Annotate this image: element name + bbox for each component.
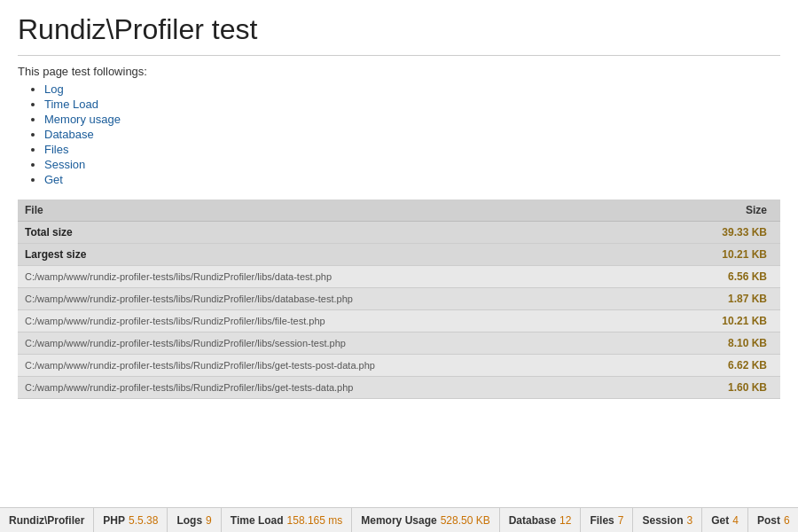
feature-link[interactable]: Get <box>44 173 63 186</box>
intro-text: This page test followings: <box>18 65 780 78</box>
summary-label: Largest size <box>18 244 664 266</box>
list-item: Memory usage <box>44 113 780 126</box>
bar-value: 7 <box>618 514 624 527</box>
summary-label: Total size <box>18 222 664 244</box>
bar-label: Post <box>757 514 780 527</box>
bar-item-session[interactable]: Session3 <box>633 508 702 532</box>
file-size: 6.56 KB <box>664 266 780 288</box>
table-row: C:/wamp/www/rundiz-profiler-tests/libs/R… <box>18 332 780 355</box>
col-size-header: Size <box>664 200 780 222</box>
file-path: C:/wamp/www/rundiz-profiler-tests/libs/R… <box>18 377 664 399</box>
table-row: C:/wamp/www/rundiz-profiler-tests/libs/R… <box>18 355 780 377</box>
bar-label: Files <box>590 514 614 527</box>
bottom-bar: Rundiz\ProfilerPHP5.5.38Logs9Time Load15… <box>0 507 798 532</box>
table-row: Total size39.33 KB <box>18 222 780 244</box>
file-path: C:/wamp/www/rundiz-profiler-tests/libs/R… <box>18 310 664 332</box>
bar-value: 6 <box>784 514 790 527</box>
list-item: Database <box>44 128 780 141</box>
bar-item-rundiz-profiler[interactable]: Rundiz\Profiler <box>0 508 94 532</box>
feature-link[interactable]: Database <box>44 128 94 141</box>
feature-link[interactable]: Memory usage <box>44 113 121 126</box>
feature-link[interactable]: Session <box>44 158 85 171</box>
bar-item-logs[interactable]: Logs9 <box>168 508 221 532</box>
file-size: 10.21 KB <box>664 310 780 332</box>
list-item: Session <box>44 158 780 171</box>
file-path: C:/wamp/www/rundiz-profiler-tests/libs/R… <box>18 332 664 355</box>
file-path: C:/wamp/www/rundiz-profiler-tests/libs/R… <box>18 288 664 310</box>
file-table: File Size Total size39.33 KBLargest size… <box>18 200 780 399</box>
bar-item-database[interactable]: Database12 <box>500 508 582 532</box>
list-item: Get <box>44 173 780 186</box>
file-path: C:/wamp/www/rundiz-profiler-tests/libs/R… <box>18 266 664 288</box>
bar-label: Session <box>642 514 683 527</box>
bar-label: Rundiz\Profiler <box>9 514 84 527</box>
file-size: 6.62 KB <box>664 355 780 377</box>
summary-size: 10.21 KB <box>664 244 780 266</box>
bar-label: Logs <box>176 514 202 527</box>
list-item: Time Load <box>44 98 780 111</box>
file-size: 1.60 KB <box>664 377 780 399</box>
bar-item-memory-usage[interactable]: Memory Usage528.50 KB <box>352 508 499 532</box>
table-row: C:/wamp/www/rundiz-profiler-tests/libs/R… <box>18 288 780 310</box>
bar-value: 3 <box>687 514 693 527</box>
bar-item-get[interactable]: Get4 <box>702 508 748 532</box>
bar-value: 158.165 ms <box>287 514 343 527</box>
bar-value: 12 <box>559 514 571 527</box>
bar-value: 5.5.38 <box>129 514 158 527</box>
bar-item-files[interactable]: Files7 <box>581 508 633 532</box>
table-row: C:/wamp/www/rundiz-profiler-tests/libs/R… <box>18 266 780 288</box>
list-item: Files <box>44 143 780 156</box>
bar-value: 528.50 KB <box>441 514 490 527</box>
file-size: 1.87 KB <box>664 288 780 310</box>
file-path: C:/wamp/www/rundiz-profiler-tests/libs/R… <box>18 355 664 377</box>
main-content: Rundiz\Profiler test This page test foll… <box>0 0 798 507</box>
table-row: C:/wamp/www/rundiz-profiler-tests/libs/R… <box>18 310 780 332</box>
table-row: Largest size10.21 KB <box>18 244 780 266</box>
bar-value: 9 <box>206 514 212 527</box>
bar-label: PHP <box>103 514 125 527</box>
feature-link[interactable]: Time Load <box>44 98 98 111</box>
summary-size: 39.33 KB <box>664 222 780 244</box>
bar-label: Time Load <box>231 514 284 527</box>
feature-link[interactable]: Log <box>44 82 64 96</box>
list-item: Log <box>44 82 780 96</box>
bar-item-php-version[interactable]: PHP5.5.38 <box>94 508 168 532</box>
table-row: C:/wamp/www/rundiz-profiler-tests/libs/R… <box>18 377 780 399</box>
feature-list: LogTime LoadMemory usageDatabaseFilesSes… <box>18 82 780 186</box>
bar-item-time-load[interactable]: Time Load158.165 ms <box>222 508 353 532</box>
bar-label: Memory Usage <box>361 514 436 527</box>
bar-label: Get <box>711 514 729 527</box>
bar-label: Database <box>509 514 556 527</box>
bar-value: 4 <box>732 514 739 527</box>
col-file-header: File <box>18 200 664 222</box>
feature-link[interactable]: Files <box>44 143 68 156</box>
file-size: 8.10 KB <box>664 332 780 355</box>
bar-item-post[interactable]: Post6 <box>748 508 798 532</box>
page-title: Rundiz\Profiler test <box>18 13 780 56</box>
